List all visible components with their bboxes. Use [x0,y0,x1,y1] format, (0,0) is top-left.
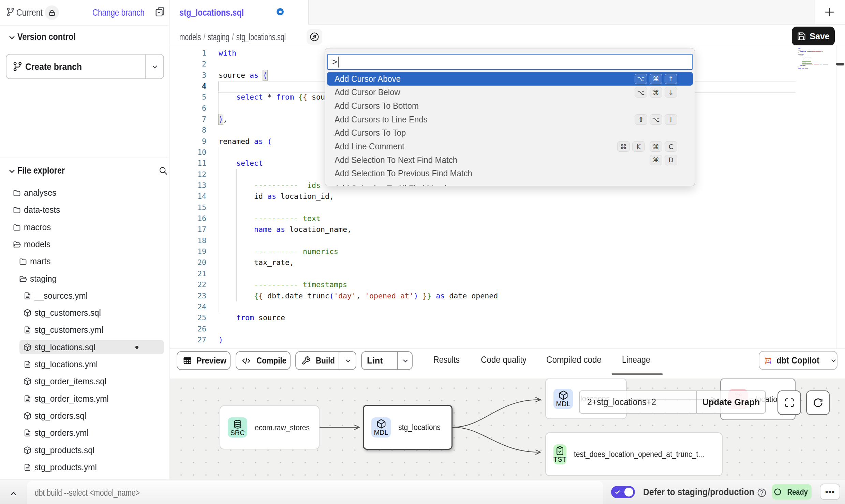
new-tab-button[interactable] [823,5,836,19]
save-button[interactable]: Save [792,27,835,46]
minimap-line [814,51,815,51]
line-number: 19 [186,246,206,257]
change-branch-link[interactable]: Change branch [92,8,145,18]
line-number: 24 [186,301,206,312]
version-control-collapse-icon[interactable] [7,33,17,42]
tree-item-label: stg_locations.yml [34,359,98,370]
breadcrumb-part[interactable]: models [179,32,201,42]
tree-item-stg_orders.sql[interactable]: stg_orders.sql [0,409,169,423]
tree-item-stg_customers.sql[interactable]: stg_customers.sql [0,306,169,320]
line-number: 11 [186,158,206,169]
palette-item-label: Add Cursor Below [335,87,400,98]
palette-item-add-selection-to-next-find-match[interactable]: Add Selection To Next Find Match⌘D [327,153,693,167]
minimap-line [819,64,819,64]
breadcrumb-part[interactable]: stg_locations.sql [236,32,286,42]
lineage-canvas[interactable]: SRCecom.raw_storesMDLstg_locationsMDLloc… [170,379,845,479]
palette-item-shortcut: ⌘K⌘C [617,140,677,153]
tree-item-label: __sources.yml [34,291,88,301]
tab-code-quality[interactable]: Code quality [481,355,527,365]
line-number: 13 [186,180,206,191]
key-chip: I [665,114,677,125]
minimap-line [807,51,807,51]
file-doc-icon [23,429,32,437]
defer-toggle[interactable] [611,486,635,498]
file-explorer-collapse-icon[interactable] [7,166,17,176]
lineage-search-bar: 2+stg_locations+2 Update Graph [579,390,766,414]
lineage-node-stg_locations[interactable]: MDLstg_locations [363,405,453,450]
tree-item-stg_order_items.sql[interactable]: stg_order_items.sql [0,374,169,389]
help-icon[interactable] [757,488,767,498]
model-cube-icon [23,412,32,420]
palette-item-add-selection-to-previous-find-match[interactable]: Add Selection To Previous Find Match [327,167,693,180]
tree-item-staging[interactable]: staging [0,271,169,286]
tree-item-stg_order_items.yml[interactable]: stg_order_items.yml [0,391,169,406]
palette-item-add-cursors-to-bottom[interactable]: Add Cursors To Bottom [327,99,693,113]
tree-item-analyses[interactable]: analyses [0,186,169,200]
dbt-copilot-button[interactable]: dbt Copilot [759,351,837,370]
lineage-node-test_does_location_opened_at_t[interactable]: TSTtest_does_location_opened_at_trunc_t.… [545,432,723,476]
file-explorer-title: File explorer [17,165,65,176]
statusbar-expand-icon[interactable] [9,489,18,498]
model-cube-icon [23,446,32,455]
folder-icon [13,206,21,214]
palette-item-add-line-comment[interactable]: Add Line Comment⌘K⌘C [327,140,693,153]
file-navigate-chip[interactable] [307,29,322,45]
tree-item-stg_locations.sql[interactable]: stg_locations.sql [19,340,164,354]
update-graph-button[interactable]: Update Graph [697,390,766,414]
lint-dropdown-icon[interactable] [401,357,410,365]
lineage-fullscreen-button[interactable] [777,390,801,415]
preview-button[interactable]: Preview [177,351,231,370]
tree-item-data-tests[interactable]: data-tests [0,203,169,217]
tree-item-models[interactable]: models [0,237,169,251]
tree-item-stg_customers.yml[interactable]: stg_customers.yml [0,323,169,337]
create-branch-dropdown-icon[interactable] [151,63,159,71]
tree-item-__sources.yml[interactable]: __sources.yml [0,288,169,303]
line-number: 1 [186,48,206,59]
tree-item-macros[interactable]: macros [0,220,169,234]
tab-results[interactable]: Results [433,355,460,365]
minimap-line [798,48,800,49]
breadcrumb-separator: / [201,32,208,42]
tree-item-stg_products.sql[interactable]: stg_products.sql [0,443,169,457]
palette-item-label: Add Line Comment [335,141,404,152]
palette-item-add-cursors-to-line-ends[interactable]: Add Cursors to Line Ends⇧⌥I [327,113,693,126]
breadcrumb-part[interactable]: staging [208,32,229,42]
palette-item-label: Add Selection To Next Find Match [335,155,457,165]
compile-button[interactable]: Compile [236,351,291,370]
build-button[interactable]: Build [295,351,356,370]
palette-item-shortcut: ⌥⌘↑ [635,72,677,86]
build-dropdown-icon[interactable] [344,357,352,365]
code-line-14: id as location_id, [219,191,334,202]
palette-item-add-cursor-above[interactable]: Add Cursor Above⌥⌘↑ [327,72,693,86]
lineage-search-input[interactable]: 2+stg_locations+2 [579,390,697,414]
more-options-button[interactable]: ••• [820,484,840,500]
lint-button[interactable]: Lint [361,351,413,370]
tree-item-stg_orders.yml[interactable]: stg_orders.yml [0,426,169,440]
tab-lineage[interactable]: Lineage [622,355,650,365]
palette-item-shortcut: ⇧⌥I [635,113,677,126]
lint-split-divider [397,352,398,370]
lineage-node-ecom.raw_stores[interactable]: SRCecom.raw_stores [220,405,320,449]
palette-item-add-cursor-below[interactable]: Add Cursor Below⌥⌘↓ [327,86,693,99]
palette-item-add-selection-to-all-find-matches[interactable]: Add Selection To All Find Matches [327,182,693,186]
code-line-20: tax_rate, [219,257,294,268]
lineage-refresh-button[interactable] [806,390,830,415]
key-chip: ↓ [665,87,677,98]
code-line-1: with [219,48,236,59]
palette-item-add-cursors-to-top[interactable]: Add Cursors To Top [327,126,693,140]
minimap-line [802,58,803,58]
minimap-line [802,60,804,60]
minimap-line [821,51,821,51]
tree-item-label: stg_order_items.sql [34,376,106,387]
copy-branch-icon[interactable] [154,6,166,18]
command-palette-input[interactable]: > [327,54,693,70]
minimap-line [815,51,821,51]
tree-item-stg_locations.yml[interactable]: stg_locations.yml [0,357,169,372]
minimap-line [802,50,803,50]
file-search-icon[interactable] [158,166,168,176]
tree-item-stg_products.yml[interactable]: stg_products.yml [0,460,169,474]
ready-label: Ready [787,487,808,497]
editor-scroll-marker[interactable] [836,63,844,65]
tree-item-marts[interactable]: marts [0,254,169,269]
tab-compiled-code[interactable]: Compiled code [546,355,602,365]
